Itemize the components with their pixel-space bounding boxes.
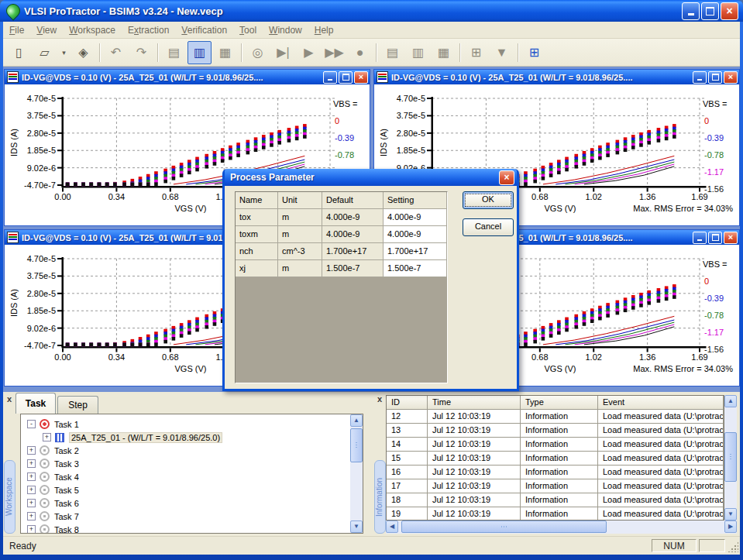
workspace-panel-close-icon[interactable]: x [5, 395, 14, 404]
fast-run-icon[interactable]: ▶▶ [322, 41, 346, 64]
log-row-18[interactable]: 18Jul 12 10:03:19InformationLoad measure… [387, 493, 724, 507]
expand-icon[interactable]: + [27, 512, 36, 520]
scroll-right-icon[interactable]: ▶ [724, 520, 737, 533]
log-header-cell[interactable]: Time [428, 396, 521, 410]
tile-windows-icon[interactable]: ⊞ [522, 41, 546, 64]
tree-item-task-4[interactable]: +Task 4 [27, 470, 79, 483]
child-minimize-button[interactable] [323, 71, 337, 84]
log-row-14[interactable]: 14Jul 12 10:03:19InformationLoad measure… [387, 438, 724, 452]
child-minimize-button[interactable] [693, 232, 707, 244]
tree-item-task-1[interactable]: -Task 1 [27, 417, 79, 431]
log-row-17[interactable]: 17Jul 12 10:03:19InformationLoad measure… [387, 479, 724, 493]
parameter-setting-cell[interactable]: 4.000e-9 [384, 209, 447, 226]
expand-icon[interactable]: + [27, 459, 36, 468]
tree-item-task-3[interactable]: +Task 3 [27, 457, 79, 470]
tree-item-task-8[interactable]: +Task 8 [27, 523, 79, 534]
chart-window-title-bar[interactable]: ID-VG@VDS = 0.10 (V) - 25A_T25_01 (W/L/T… [374, 70, 739, 84]
tree-item-task-2[interactable]: +Task 2 [27, 444, 79, 457]
child-maximize-button[interactable] [708, 232, 722, 244]
log-panel-close-icon[interactable]: x [375, 395, 384, 404]
expand-icon[interactable]: + [43, 433, 51, 441]
log-row-19[interactable]: 19Jul 12 10:03:19InformationLoad measure… [387, 507, 724, 520]
dialog-close-icon[interactable]: × [499, 170, 514, 185]
expand-icon[interactable]: + [27, 499, 36, 507]
report-list-icon-2[interactable]: ▥ [406, 41, 430, 64]
tree-item-task-5[interactable]: +Task 5 [27, 483, 79, 496]
save-icon[interactable]: ◈ [71, 41, 95, 64]
open-file-icon[interactable]: ▱ [33, 41, 57, 64]
tree-item-task-7[interactable]: +Task 7 [27, 510, 79, 523]
main-title-bar[interactable]: VLSI ProTractor - BSIM3 v3.24 - New.vecp… [0, 0, 743, 22]
menu-item-file[interactable]: File [3, 23, 30, 37]
resize-grip[interactable] [728, 541, 738, 552]
undo-icon[interactable]: ↶ [104, 41, 128, 64]
expand-icon[interactable]: + [27, 472, 36, 481]
ok-button[interactable]: OK [463, 191, 514, 209]
plot-window-icon[interactable]: ▥ [187, 41, 212, 64]
workspace-window-icon[interactable]: ▤ [162, 41, 186, 64]
filter-icon[interactable]: ▼ [490, 41, 514, 64]
menu-item-workspace[interactable]: Workspace [63, 23, 122, 37]
log-header-cell[interactable]: ID [387, 396, 428, 410]
tab-step[interactable]: Step [57, 396, 98, 414]
log-horizontal-scrollbar[interactable]: ◀ ▶ [386, 520, 737, 534]
child-maximize-button[interactable] [708, 71, 722, 84]
tree-vertical-scrollbar[interactable]: ▲▼ [350, 414, 363, 533]
log-vscroll-thumb[interactable] [724, 432, 737, 482]
tree-item-25a-t25-01-w-l-t-9-01-8-96-25-0-[interactable]: +25A_T25_01 - (W/L/T = 9.01/8.96/25.0) [43, 431, 222, 444]
workspace-vertical-label[interactable]: Workspace [4, 460, 15, 534]
dialog-title-bar[interactable]: Process Parameter × [225, 169, 517, 186]
menu-item-help[interactable]: Help [308, 23, 340, 37]
open-file-dropdown[interactable]: ▾ [58, 41, 70, 64]
expand-icon[interactable]: + [27, 446, 36, 455]
tree-item-task-6[interactable]: +Task 6 [27, 496, 79, 510]
log-header-cell[interactable]: Type [521, 396, 598, 410]
menu-item-extraction[interactable]: Extraction [122, 23, 175, 37]
scroll-up-icon[interactable]: ▲ [350, 414, 363, 427]
scroll-down-icon[interactable]: ▼ [350, 520, 363, 533]
tree-vscroll-thumb[interactable] [350, 428, 363, 462]
menu-item-tool[interactable]: Tool [233, 23, 263, 37]
child-close-button[interactable]: × [354, 71, 368, 84]
menu-item-window[interactable]: Window [263, 23, 308, 37]
run-icon[interactable]: ▶ [297, 41, 321, 64]
minimize-button[interactable] [682, 2, 700, 20]
expand-icon[interactable]: + [27, 525, 36, 534]
scroll-up-icon[interactable]: ▲ [724, 395, 737, 407]
tab-task[interactable]: Task [15, 393, 56, 414]
parameter-setting-cell[interactable]: 4.000e-9 [384, 226, 447, 243]
maximize-button[interactable] [701, 2, 719, 20]
cancel-button[interactable]: Cancel [463, 218, 514, 236]
log-row-15[interactable]: 15Jul 12 10:03:19InformationLoad measure… [387, 452, 724, 466]
measure-tag-icon[interactable]: ◎ [246, 41, 270, 64]
report-list-icon-1[interactable]: ▤ [380, 41, 404, 64]
log-header-cell[interactable]: Event [598, 396, 724, 410]
parameter-setting-cell[interactable]: 1.500e-7 [384, 260, 447, 277]
close-button[interactable]: × [721, 2, 738, 20]
report-list-icon-3[interactable]: ▦ [432, 41, 456, 64]
scroll-left-icon[interactable]: ◀ [386, 520, 398, 533]
chart-window-title-bar[interactable]: ID-VG@VDS = 0.10 (V) - 25A_T25_01 (W/L/T… [5, 70, 370, 84]
stop-icon[interactable]: ● [348, 41, 372, 64]
collapse-icon[interactable]: - [27, 420, 36, 428]
log-hscroll-thumb[interactable] [401, 520, 607, 533]
child-minimize-button[interactable] [693, 71, 707, 84]
child-maximize-button[interactable] [339, 71, 353, 84]
information-vertical-label[interactable]: Information [374, 460, 386, 534]
redo-icon[interactable]: ↷ [129, 41, 153, 64]
menu-item-verification[interactable]: Verification [175, 23, 233, 37]
child-close-button[interactable]: × [724, 71, 738, 84]
expand-icon[interactable]: + [27, 486, 36, 494]
child-close-button[interactable]: × [724, 232, 738, 244]
log-row-13[interactable]: 13Jul 12 10:03:19InformationLoad measure… [387, 424, 724, 438]
log-row-12[interactable]: 12Jul 12 10:03:19InformationLoad measure… [387, 410, 724, 424]
new-file-icon[interactable]: ▯ [7, 41, 31, 64]
menu-item-view[interactable]: View [30, 23, 63, 37]
scroll-down-icon[interactable]: ▼ [724, 508, 737, 520]
parameter-setting-cell[interactable]: 1.700e+17 [384, 243, 447, 260]
step-run-icon[interactable]: ▶| [271, 41, 295, 64]
sheet-window-icon[interactable]: ▦ [213, 41, 237, 64]
log-row-16[interactable]: 16Jul 12 10:03:19InformationLoad measure… [387, 466, 724, 479]
log-vertical-scrollbar[interactable]: ▲ ▼ [724, 395, 737, 520]
data-grid-icon[interactable]: ⊞ [464, 41, 488, 64]
